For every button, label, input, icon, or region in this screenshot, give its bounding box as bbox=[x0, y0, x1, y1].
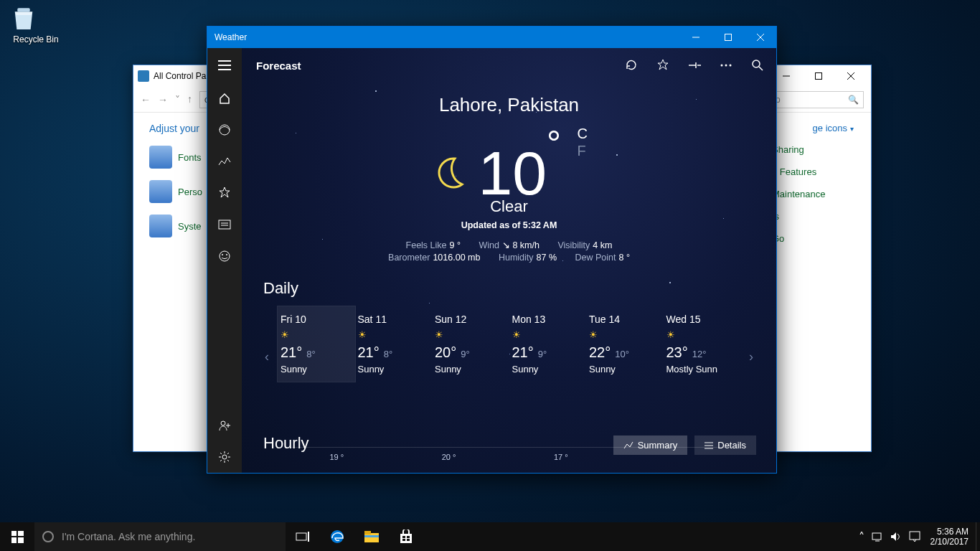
svg-point-9 bbox=[222, 455, 227, 459]
cp-maximize-button[interactable] bbox=[802, 66, 834, 86]
day-label: Sun 12 bbox=[435, 314, 507, 325]
svg-rect-17 bbox=[18, 537, 24, 543]
task-view-button[interactable] bbox=[286, 522, 320, 551]
daily-carousel: ‹ Fri 10 ☀ 21°8° Sunny Sat 11☀ 21°8° Sun… bbox=[256, 306, 762, 407]
more-button[interactable] bbox=[710, 48, 742, 83]
hourly-chart: 19 ° 20 ° 17 ° bbox=[285, 447, 733, 468]
high-temp: 20° bbox=[435, 344, 456, 360]
svg-rect-0 bbox=[17, 8, 30, 11]
daily-card[interactable]: Fri 10 ☀ 21°8° Sunny bbox=[278, 306, 355, 382]
taskbar-app-store[interactable] bbox=[389, 522, 423, 551]
svg-rect-23 bbox=[364, 531, 371, 534]
cp-close-button[interactable] bbox=[834, 66, 867, 86]
stat-value: 1016.00 mb bbox=[433, 253, 480, 263]
wx-maximize-button[interactable] bbox=[712, 27, 744, 48]
tray-volume-icon[interactable] bbox=[890, 532, 902, 542]
svg-rect-25 bbox=[400, 534, 412, 543]
desktop-icon-recycle-bin[interactable]: Recycle Bin bbox=[9, 4, 63, 44]
svg-rect-20 bbox=[308, 532, 309, 542]
cp-item[interactable]: Maintenance bbox=[772, 189, 825, 199]
clock-date: 2/10/2017 bbox=[930, 537, 969, 547]
wx-close-button[interactable] bbox=[744, 27, 776, 48]
moon-icon bbox=[430, 154, 468, 192]
favorite-button[interactable] bbox=[647, 48, 679, 83]
cortana-search[interactable]: I'm Cortana. Ask me anything. bbox=[34, 522, 286, 551]
wx-minimize-button[interactable] bbox=[679, 27, 712, 48]
nav-forecast-icon[interactable] bbox=[207, 83, 242, 114]
window-weather[interactable]: Weather Forecast bbox=[207, 26, 777, 474]
tray-expand-icon[interactable]: ˄ bbox=[859, 530, 864, 544]
svg-point-7 bbox=[226, 254, 227, 255]
cp-item-label: Fonts bbox=[178, 152, 202, 163]
daily-card[interactable]: Tue 14☀ 22°10° Sunny bbox=[586, 306, 664, 382]
svg-point-8 bbox=[221, 421, 225, 425]
cp-item[interactable]: ts bbox=[772, 211, 825, 222]
day-condition: Sunny bbox=[589, 364, 661, 375]
low-temp: 8° bbox=[384, 349, 392, 359]
nav-account-icon[interactable] bbox=[207, 410, 242, 441]
nav-feedback-icon[interactable] bbox=[207, 240, 242, 272]
start-button[interactable] bbox=[0, 522, 34, 551]
low-temp: 9° bbox=[461, 349, 469, 359]
daily-card[interactable]: Sun 12☀ 20°9° Sunny bbox=[432, 306, 509, 382]
degree-symbol: ° bbox=[547, 123, 561, 164]
desktop-icon-label: Recycle Bin bbox=[9, 34, 63, 44]
clock-time: 5:36 AM bbox=[930, 527, 969, 537]
day-label: Mon 13 bbox=[512, 314, 584, 325]
nav-forward-icon[interactable]: → bbox=[158, 94, 168, 105]
daily-prev-button[interactable]: ‹ bbox=[256, 306, 278, 407]
stat-label: Humidity bbox=[499, 253, 534, 263]
nav-back-icon[interactable]: ← bbox=[141, 94, 151, 105]
hourly-temp: 17 ° bbox=[554, 453, 568, 461]
svg-rect-29 bbox=[407, 539, 410, 541]
daily-card[interactable]: Sat 11☀ 21°8° Sunny bbox=[355, 306, 433, 382]
taskbar-app-explorer[interactable] bbox=[354, 522, 389, 551]
nav-settings-icon[interactable] bbox=[207, 441, 242, 473]
daily-card[interactable]: Wed 15☀ 23°12° Mostly Sunn bbox=[664, 306, 741, 382]
nav-maps-icon[interactable] bbox=[207, 114, 242, 146]
fonts-icon bbox=[149, 146, 172, 169]
svg-rect-15 bbox=[18, 531, 24, 536]
cp-view-dropdown[interactable]: ge icons bbox=[813, 123, 854, 133]
svg-point-12 bbox=[730, 65, 732, 67]
high-temp: 21° bbox=[512, 344, 534, 360]
svg-rect-27 bbox=[407, 536, 410, 538]
day-label: Sat 11 bbox=[358, 314, 430, 325]
taskbar[interactable]: I'm Cortana. Ask me anything. ˄ 5:36 AM … bbox=[0, 522, 980, 551]
svg-rect-2 bbox=[725, 34, 731, 41]
hamburger-button[interactable] bbox=[207, 48, 242, 83]
daily-next-button[interactable]: › bbox=[740, 306, 762, 407]
nav-favorites-icon[interactable] bbox=[207, 177, 242, 209]
daily-card[interactable]: Mon 13☀ 21°9° Sunny bbox=[509, 306, 587, 382]
stat-value: 8 km/h bbox=[512, 240, 540, 250]
wind-icon: ↘ bbox=[502, 240, 512, 250]
show-desktop-button[interactable] bbox=[976, 522, 980, 551]
unit-c-button[interactable]: C bbox=[578, 125, 588, 142]
svg-rect-4 bbox=[219, 220, 230, 229]
cp-item[interactable]: Sharing bbox=[772, 144, 825, 155]
tray-action-center-icon[interactable] bbox=[909, 531, 920, 542]
system-icon bbox=[149, 215, 172, 237]
low-temp: 10° bbox=[615, 349, 629, 359]
tray-network-icon[interactable] bbox=[872, 532, 883, 542]
refresh-button[interactable] bbox=[616, 48, 647, 83]
nav-recent-icon[interactable]: ˅ bbox=[175, 94, 180, 105]
nav-news-icon[interactable] bbox=[207, 209, 242, 240]
nav-historical-icon[interactable] bbox=[207, 146, 242, 177]
unit-f-button[interactable]: F bbox=[578, 142, 588, 159]
taskbar-clock[interactable]: 5:36 AM 2/10/2017 bbox=[923, 527, 976, 547]
low-temp: 12° bbox=[692, 349, 707, 359]
taskbar-app-edge[interactable] bbox=[320, 522, 354, 551]
nav-up-icon[interactable]: ↑ bbox=[187, 93, 192, 105]
svg-rect-19 bbox=[296, 533, 306, 540]
search-button[interactable] bbox=[742, 48, 773, 83]
condition-text: Clear bbox=[242, 197, 776, 216]
cp-item[interactable]: d Features bbox=[772, 166, 825, 177]
pin-button[interactable] bbox=[679, 48, 710, 83]
system-tray[interactable]: ˄ bbox=[856, 530, 923, 544]
cp-item[interactable]: Go bbox=[772, 233, 825, 244]
svg-rect-26 bbox=[402, 536, 405, 538]
day-label: Wed 15 bbox=[666, 314, 738, 325]
wx-titlebar[interactable]: Weather bbox=[207, 27, 776, 48]
stat-value: 87 % bbox=[537, 253, 557, 263]
